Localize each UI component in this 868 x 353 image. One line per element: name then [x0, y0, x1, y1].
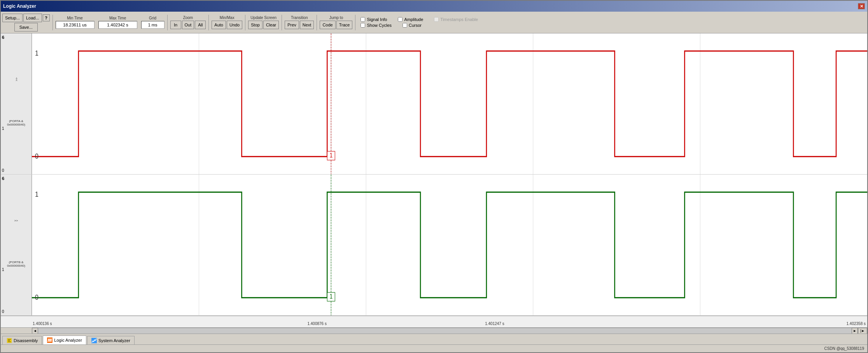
- trace-button[interactable]: Trace: [336, 21, 353, 29]
- max-time-group: Max Time 1.402342 s: [98, 16, 137, 29]
- timestamps-checkbox[interactable]: [434, 17, 439, 22]
- zoom-in-button[interactable]: In: [170, 21, 181, 29]
- zoom-all-button[interactable]: All: [195, 21, 206, 29]
- toolbar: Setup... Load... ? Save... Min Time 18.2…: [1, 12, 867, 33]
- minmax-label: Min/Max: [220, 16, 234, 20]
- signal-info-checkbox[interactable]: [360, 17, 365, 22]
- scrollbar-track[interactable]: [38, 328, 852, 334]
- show-cycles-label: Show Cycles: [367, 23, 392, 28]
- setup-button[interactable]: Setup...: [2, 14, 23, 22]
- stop-button[interactable]: Stop: [248, 21, 262, 29]
- porta-label-0: 0: [2, 168, 4, 173]
- prev-button[interactable]: Prev: [285, 21, 299, 29]
- scrollbar-area: ◄ ► |►: [1, 327, 867, 334]
- porta-label-top: 6: [2, 35, 4, 40]
- code-button[interactable]: Code: [320, 21, 335, 29]
- disassembly-icon: [7, 338, 12, 343]
- portb-label-name: >>: [2, 218, 30, 222]
- timestamps-label: Timestamps Enable: [440, 17, 478, 22]
- minmax-group: Min/Max Auto Undo: [212, 16, 242, 29]
- max-time-value: 1.402342 s: [98, 21, 137, 29]
- show-cycles-checkbox[interactable]: [360, 23, 365, 28]
- save-button[interactable]: Save...: [14, 23, 38, 31]
- sep-3: [208, 15, 209, 30]
- grid-group: Grid 1 ms: [141, 16, 164, 29]
- file-group: Setup... Load... ? Save...: [2, 14, 50, 31]
- update-group: Update Screen Stop Clear: [248, 16, 279, 29]
- svg-text:1: 1: [329, 293, 332, 300]
- porta-svg: 1 1 0: [32, 33, 867, 174]
- sep-6: [317, 15, 317, 30]
- tab-disassembly[interactable]: Disassembly: [2, 336, 42, 344]
- sep-5: [282, 15, 282, 30]
- status-text: CSDN @qq_53088119: [824, 346, 864, 351]
- min-time-group: Min Time 18.23611 us: [56, 16, 94, 29]
- window-title: Logic Analyzer: [3, 3, 36, 9]
- sep-7: [355, 15, 355, 30]
- porta-label-1: 1: [2, 126, 4, 131]
- tab-logic-label: Logic Analyzer: [54, 338, 82, 343]
- main-content: 6 >> (PORTA &0x00000040) 1 0: [1, 33, 867, 334]
- amplitude-label: Amplitude: [404, 17, 423, 22]
- signal-row-portb: 6 >> (PORTB &0x00000040) 1 0: [1, 175, 867, 316]
- time-label-0: 1.400136 s: [33, 322, 52, 326]
- signal-label-portb: 6 >> (PORTB &0x00000040) 1 0: [1, 175, 32, 315]
- svg-text:1: 1: [35, 49, 38, 57]
- time-label-2: 1.401247 s: [485, 322, 504, 326]
- jump-label: Jump to: [329, 16, 343, 20]
- next-button[interactable]: Next: [300, 21, 314, 29]
- zoom-out-button[interactable]: Out: [182, 21, 194, 29]
- svg-text:1: 1: [35, 190, 38, 198]
- update-label: Update Screen: [250, 16, 276, 20]
- portb-label-1: 1: [2, 267, 4, 272]
- time-label-1: 1.400876 s: [307, 322, 327, 326]
- main-window: Logic Analyzer ✕ Setup... Load... ? Save…: [0, 0, 868, 353]
- tab-bar: Disassembly Logic Analyzer System Analyz…: [1, 334, 867, 344]
- help-button[interactable]: ?: [43, 14, 50, 21]
- svg-text:0: 0: [35, 153, 38, 161]
- time-ruler: 1.400136 s 1.400876 s 1.401247 s 1.40235…: [1, 316, 867, 327]
- min-time-label: Min Time: [67, 16, 83, 20]
- scroll-left-button[interactable]: ◄: [32, 328, 38, 334]
- tab-system-analyzer[interactable]: System Analyzer: [87, 336, 135, 344]
- auto-button[interactable]: Auto: [212, 21, 226, 29]
- porta-label-full: (PORTA &0x00000040): [2, 119, 30, 126]
- clear-button[interactable]: Clear: [263, 21, 279, 29]
- scroll-right-button[interactable]: ►: [852, 328, 858, 334]
- portb-label-full: (PORTB &0x00000040): [2, 260, 30, 267]
- close-button[interactable]: ✕: [858, 3, 865, 9]
- tab-disassembly-label: Disassembly: [14, 338, 38, 343]
- sep-1: [52, 15, 53, 30]
- tab-system-label: System Analyzer: [98, 338, 130, 343]
- checkbox-group: Signal Info Amplitude Timestamps Enable …: [358, 16, 480, 28]
- max-time-label: Max Time: [109, 16, 126, 20]
- signal-label-porta: 6 >> (PORTA &0x00000040) 1 0: [1, 33, 32, 174]
- portb-svg: 1 1 0: [32, 175, 867, 315]
- zoom-label: Zoom: [183, 16, 193, 20]
- amplitude-checkbox[interactable]: [398, 17, 402, 22]
- transition-group: Transition Prev Next: [285, 16, 314, 29]
- scroll-end-button[interactable]: |►: [858, 328, 867, 334]
- logic-analyzer-icon: [47, 337, 52, 343]
- portb-label-0: 0: [2, 309, 4, 314]
- porta-label-name: >>: [14, 65, 18, 94]
- signal-row-porta: 6 >> (PORTA &0x00000040) 1 0: [1, 33, 867, 175]
- cursor-checkbox[interactable]: [402, 23, 407, 28]
- transition-label: Transition: [291, 16, 308, 20]
- min-time-value: 18.23611 us: [56, 21, 94, 29]
- portb-waveform: 1 1 0: [32, 175, 867, 315]
- portb-label-top: 6: [2, 176, 4, 181]
- grid-value: 1 ms: [141, 21, 164, 29]
- porta-waveform: 1 1 0: [32, 33, 867, 174]
- tab-logic-analyzer[interactable]: Logic Analyzer: [43, 336, 86, 345]
- svg-text:0: 0: [35, 294, 38, 302]
- undo-button[interactable]: Undo: [227, 21, 242, 29]
- load-button[interactable]: Load...: [23, 14, 42, 22]
- status-bar: CSDN @qq_53088119: [1, 344, 867, 352]
- system-analyzer-icon: [91, 338, 97, 343]
- cursor-label: Cursor: [409, 23, 422, 28]
- time-label-3: 1.402358 s: [847, 322, 866, 326]
- zoom-group: Zoom In Out All: [170, 16, 206, 29]
- svg-text:1: 1: [329, 152, 332, 159]
- signal-area: 6 >> (PORTA &0x00000040) 1 0: [1, 33, 867, 334]
